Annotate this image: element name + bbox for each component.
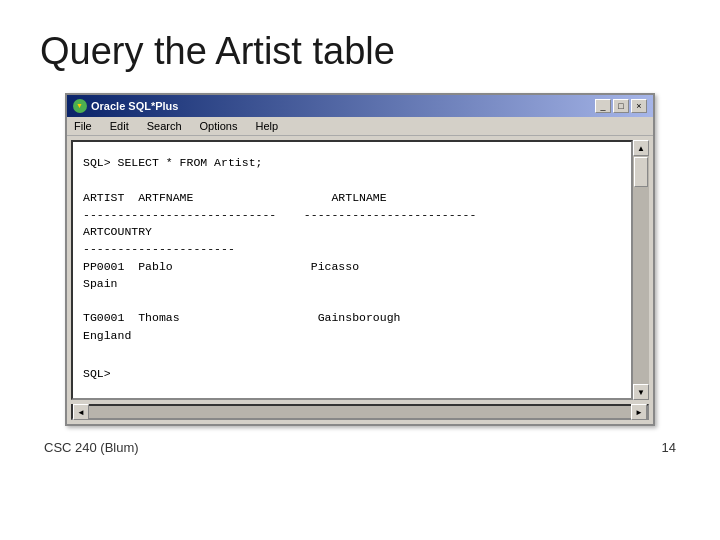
scroll-track-h	[89, 406, 631, 418]
scroll-thumb-v[interactable]	[634, 157, 648, 187]
sql-col3: ARTCOUNTRY	[83, 223, 621, 240]
sql-output: SQL> SELECT * FROM Artist; ARTIST ARTFNA…	[71, 140, 633, 400]
scroll-left-button[interactable]: ◄	[73, 404, 89, 420]
close-button[interactable]: ×	[631, 99, 647, 113]
menu-help[interactable]: Help	[252, 119, 281, 133]
horizontal-scrollbar-row: ◄ ►	[67, 404, 653, 424]
sql-line-1: SQL> SELECT * FROM Artist;	[83, 154, 621, 171]
footer-left: CSC 240 (Blum)	[44, 440, 139, 455]
menu-search[interactable]: Search	[144, 119, 185, 133]
menu-file[interactable]: File	[71, 119, 95, 133]
maximize-button[interactable]: □	[613, 99, 629, 113]
sql-blank2	[83, 292, 621, 309]
menu-options[interactable]: Options	[197, 119, 241, 133]
scroll-track-v	[633, 156, 649, 384]
sql-blank3	[83, 344, 621, 361]
title-bar-buttons: _ □ ×	[595, 99, 647, 113]
content-wrapper: SQL> SELECT * FROM Artist; ARTIST ARTFNA…	[67, 136, 653, 404]
sql-row1c: Spain	[83, 275, 621, 292]
menu-bar: File Edit Search Options Help	[67, 117, 653, 136]
title-bar: Oracle SQL*Plus _ □ ×	[67, 95, 653, 117]
sql-row2c: England	[83, 327, 621, 344]
slide-title: Query the Artist table	[40, 30, 680, 73]
sql-separator1: ---------------------------- -----------…	[83, 206, 621, 223]
app-icon	[73, 99, 87, 113]
sql-separator3: ----------------------	[83, 240, 621, 257]
sql-prompt-line: SQL>	[83, 365, 621, 382]
scroll-up-button[interactable]: ▲	[633, 140, 649, 156]
slide: Query the Artist table Oracle SQL*Plus _…	[0, 0, 720, 540]
sql-row2a: TG0001 Thomas Gainsborough	[83, 309, 621, 326]
title-bar-text: Oracle SQL*Plus	[73, 99, 178, 113]
scroll-down-button[interactable]: ▼	[633, 384, 649, 400]
horizontal-scrollbar: ◄ ►	[71, 404, 649, 420]
minimize-button[interactable]: _	[595, 99, 611, 113]
vertical-scrollbar: ▲ ▼	[633, 140, 649, 400]
menu-edit[interactable]: Edit	[107, 119, 132, 133]
footer-right: 14	[662, 440, 676, 455]
sql-row1a: PP0001 Pablo Picasso	[83, 258, 621, 275]
sql-col-headers: ARTIST ARTFNAME ARTLNAME	[83, 189, 621, 206]
window-title: Oracle SQL*Plus	[91, 100, 178, 112]
sql-line-blank	[83, 171, 621, 188]
sql-window: Oracle SQL*Plus _ □ × File Edit Search O…	[65, 93, 655, 426]
scroll-right-button[interactable]: ►	[631, 404, 647, 420]
footer: CSC 240 (Blum) 14	[40, 440, 680, 455]
